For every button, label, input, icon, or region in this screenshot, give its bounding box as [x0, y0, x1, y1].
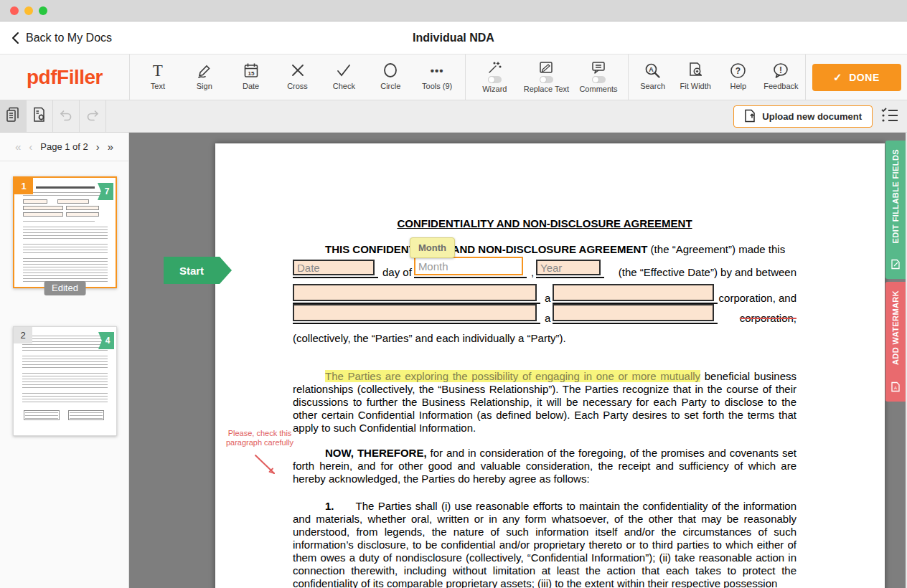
svg-text:A: A — [649, 66, 654, 73]
previous-page-button[interactable]: ‹ — [29, 141, 32, 152]
year-field-blank: Year — [536, 260, 604, 278]
pdffiller-logo[interactable]: pdfFiller — [0, 54, 130, 100]
feedback-button[interactable]: ! Feedback — [762, 54, 799, 100]
close-button[interactable] — [10, 6, 19, 15]
back-to-my-docs-button[interactable]: Back to My Docs — [11, 22, 112, 54]
page-settings-button[interactable] — [27, 100, 53, 132]
back-label: Back to My Docs — [26, 32, 112, 44]
main-toolbar: pdfFiller T Text Sign 15 Date Cross — [0, 54, 907, 100]
nda-intro-bold: THIS CONFIDENTIALITY AND NON-DISCLOSURE … — [325, 243, 647, 255]
help-button[interactable]: ? Help — [720, 54, 757, 100]
tools-menu-button[interactable]: ••• Tools (9) — [418, 54, 456, 100]
wizard-toggle-button[interactable]: Wizard — [476, 54, 513, 100]
date-tool-label: Date — [243, 82, 259, 90]
parties-line: (collectively, the “Parties” and each in… — [293, 332, 796, 345]
start-wizard-badge[interactable]: Start — [164, 257, 220, 284]
corporation-struck-label: corporation, — [740, 312, 796, 324]
start-label: Start — [179, 265, 204, 277]
add-watermark-tab[interactable]: ADD WATERMARK A — [885, 282, 906, 402]
done-button[interactable]: ✓ DONE — [812, 64, 901, 91]
svg-text:?: ? — [736, 66, 741, 76]
fit-width-button[interactable]: Fit Width — [677, 54, 714, 100]
feedback-icon: ! — [772, 61, 789, 80]
date-field[interactable]: Date — [293, 260, 375, 275]
secondary-toolbar: Upload new document — [0, 100, 907, 133]
fit-width-label: Fit Width — [680, 82, 710, 90]
margin-annotation: Please, check this paragraph carefully — [220, 429, 300, 447]
effective-date-label: (the “Effective Date”) by and between — [619, 266, 796, 278]
party-1-state-field[interactable] — [553, 284, 714, 301]
search-button[interactable]: A Search — [634, 54, 672, 100]
wizard-label: Wizard — [482, 85, 507, 93]
party-2-name-field[interactable] — [293, 304, 537, 321]
text-tool-button[interactable]: T Text — [139, 54, 177, 100]
more-tools-icon: ••• — [431, 61, 444, 80]
page-settings-icon — [32, 107, 47, 125]
month-field[interactable]: Month — [414, 257, 523, 275]
help-icon: ? — [730, 61, 746, 80]
upload-label: Upload new document — [762, 111, 862, 122]
wizard-toggle-switch[interactable] — [488, 76, 502, 83]
edit-fillable-fields-tab[interactable]: EDIT FILLABLE FIELDS — [885, 141, 906, 279]
page-2-thumbnail[interactable]: 2 4 — [13, 326, 117, 436]
last-page-button[interactable]: » — [108, 141, 113, 152]
check-tool-button[interactable]: Check — [325, 54, 362, 100]
annotation-line-1: Please, check this — [220, 429, 300, 438]
search-label: Search — [640, 82, 665, 90]
cross-icon — [291, 61, 305, 80]
sign-tool-button[interactable]: Sign — [186, 54, 223, 100]
redo-button[interactable] — [80, 100, 106, 132]
toggle-tools-group: Wizard Replace Text Comments — [466, 54, 629, 100]
replace-text-toggle-button[interactable]: Replace Text — [524, 54, 569, 100]
party-1-state-blank — [553, 284, 718, 304]
annotation-tools-group: T Text Sign 15 Date Cross Check — [130, 54, 466, 100]
page-1-thumbnail[interactable]: 1 7 Edited — [13, 176, 117, 288]
zoom-button[interactable] — [39, 6, 47, 15]
comments-icon — [591, 61, 606, 74]
party-1-row: a corporation, and — [293, 284, 796, 304]
annotation-line-2: paragraph carefully — [220, 438, 300, 447]
replace-text-toggle-switch[interactable] — [540, 76, 553, 83]
party-2-row: a corporation, — [293, 304, 796, 324]
cross-tool-button[interactable]: Cross — [279, 54, 316, 100]
party-2-state-field[interactable] — [553, 304, 714, 321]
next-page-button[interactable]: › — [96, 141, 100, 152]
month-field-tooltip: Month — [410, 237, 455, 258]
circle-tool-label: Circle — [380, 82, 400, 90]
cross-tool-label: Cross — [287, 82, 308, 90]
party-1-name-field[interactable] — [293, 284, 537, 301]
first-page-button[interactable]: « — [15, 141, 21, 152]
check-icon — [336, 61, 352, 80]
now-therefore-bold: NOW, THEREFORE, — [325, 447, 427, 459]
circle-tool-button[interactable]: Circle — [372, 54, 409, 100]
comments-toggle-switch[interactable] — [592, 76, 606, 83]
nda-heading: CONFIDENTIALITY AND NON-DISCLOSURE AGREE… — [293, 217, 796, 229]
party-1-name-blank — [293, 284, 540, 304]
done-group: ✓ DONE — [806, 54, 907, 100]
comments-label: Comments — [579, 85, 617, 93]
page-thumbnails-button[interactable] — [0, 100, 27, 132]
business-relationship-paragraph: The Parties are exploring the possibilit… — [293, 370, 796, 435]
nda-intro-rest: (the “Agreement”) made this — [647, 243, 785, 255]
back-chevron-icon — [11, 32, 19, 44]
undo-button[interactable] — [53, 100, 80, 132]
year-field[interactable]: Year — [536, 260, 601, 275]
day-of-label: day of — [378, 266, 414, 278]
edit-fillable-fields-label: EDIT FILLABLE FIELDS — [891, 149, 900, 243]
comments-toggle-button[interactable]: Comments — [579, 54, 617, 100]
date-tool-button[interactable]: 15 Date — [232, 54, 270, 100]
add-watermark-icon: A — [890, 381, 901, 395]
party-2-name-blank — [293, 304, 540, 324]
done-label: DONE — [849, 72, 880, 83]
text-tool-label: Text — [151, 82, 165, 90]
nda-intro-paragraph: THIS CONFIDENTIALITY AND NON-DISCLOSURE … — [293, 243, 796, 256]
page-1-fields-count-badge: 7 — [98, 183, 113, 200]
highlighted-text: The Parties are exploring the possibilit… — [325, 370, 700, 382]
pdf-page[interactable]: CONFIDENTIALITY AND NON-DISCLOSURE AGREE… — [215, 143, 885, 588]
upload-new-document-button[interactable]: Upload new document — [733, 105, 873, 128]
minimize-button[interactable] — [24, 6, 33, 15]
tools-menu-label: Tools (9) — [422, 82, 452, 90]
page-2-fields-count-badge: 4 — [98, 332, 114, 349]
date-line-row: Date day of Month , Year (the “Effective… — [293, 257, 796, 278]
fields-list-button[interactable] — [879, 107, 901, 126]
